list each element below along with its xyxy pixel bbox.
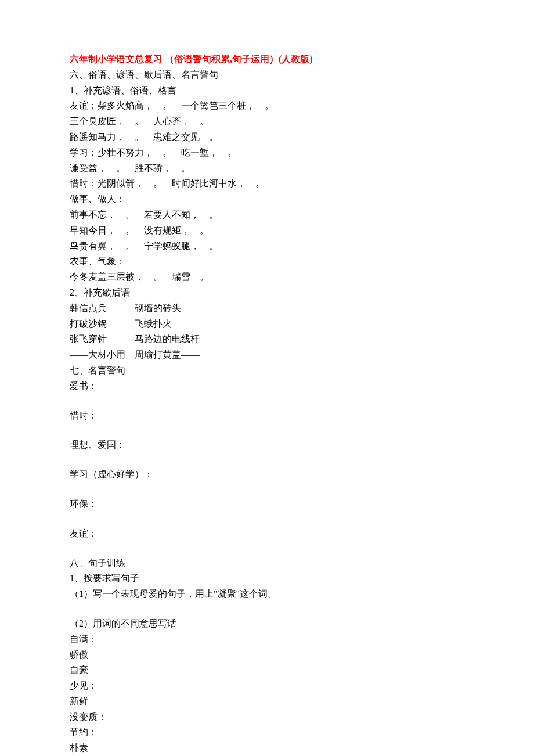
blank-line (70, 453, 464, 467)
text-line: 爱书： (70, 379, 464, 394)
text-line: 新鲜 (70, 694, 464, 709)
text-line: 打破沙锅—— 飞蛾扑火—— (70, 317, 464, 332)
text-line: 鸟贵有翼， 。 宁学蚂蚁腿， 。 (70, 239, 464, 254)
text-line: 七、名言警句 (70, 363, 464, 378)
text-line: 惜时： (70, 409, 464, 423)
text-line: 友谊： (70, 527, 464, 541)
text-line: 谦受益， 。 胜不骄， 。 (70, 161, 464, 176)
document-body: 六、俗语、谚语、歇后语、名言警句1、补充谚语、俗语、格言友谊：柴多火焰高， 。 … (70, 68, 464, 755)
text-line: 学习（虚心好学）： (70, 467, 464, 482)
document-title: 六年制小学语文总复习 （俗语警句积累,句子运用）(人教版) (70, 52, 464, 67)
text-line: 环保： (70, 497, 464, 512)
text-line: 骄傲 (70, 648, 464, 663)
text-line: 惜时：光阴似箭， 。 时间好比河中水， 。 (70, 177, 464, 191)
text-line: ——大材小用 周瑜打黄盖—— (70, 348, 464, 362)
text-line: 2、补充歇后语 (70, 286, 464, 300)
text-line: 没变质： (70, 710, 464, 725)
text-line: 做事、做人： (70, 192, 464, 207)
text-line: 韩信点兵—— 砌墙的砖头—— (70, 301, 464, 316)
text-line: （1）写一个表现母爱的句子，用上"凝聚"这个词。 (70, 587, 464, 602)
text-line: （2）用词的不同意思写话 (70, 617, 464, 631)
text-line: 张飞穿针—— 马路边的电线杆—— (70, 332, 464, 347)
text-line: 1、补充谚语、俗语、格言 (70, 84, 464, 98)
text-line: 1、按要求写句子 (70, 571, 464, 586)
text-line: 三个臭皮匠， 。 人心齐， 。 (70, 114, 464, 129)
blank-line (70, 513, 464, 527)
text-line: 路遥知马力， 。 患难之交见 。 (70, 130, 464, 145)
text-line: 理想、爱国： (70, 438, 464, 452)
blank-line (70, 483, 464, 497)
text-line: 农事、气象： (70, 254, 464, 269)
blank-line (70, 542, 464, 556)
text-line: 今冬麦盖三层被， 。 瑞雪 。 (70, 270, 464, 285)
blank-line (70, 395, 464, 409)
text-line: 八、句子训练 (70, 556, 464, 571)
text-line: 少见： (70, 679, 464, 693)
text-line: 早知今日， 。 没有规矩， 。 (70, 224, 464, 238)
blank-line (70, 424, 464, 438)
text-line: 节约： (70, 725, 464, 740)
text-line: 友谊：柴多火焰高， 。 一个篱笆三个桩， 。 (70, 99, 464, 113)
text-line: 六、俗语、谚语、歇后语、名言警句 (70, 68, 464, 82)
text-line: 自满： (70, 632, 464, 647)
text-line: 自豪 (70, 663, 464, 678)
blank-line (70, 603, 464, 617)
text-line: 学习：少壮不努力， 。 吃一堑， 。 (70, 146, 464, 160)
text-line: 朴素 (70, 741, 464, 755)
text-line: 前事不忘， 。 若要人不知， 。 (70, 208, 464, 222)
